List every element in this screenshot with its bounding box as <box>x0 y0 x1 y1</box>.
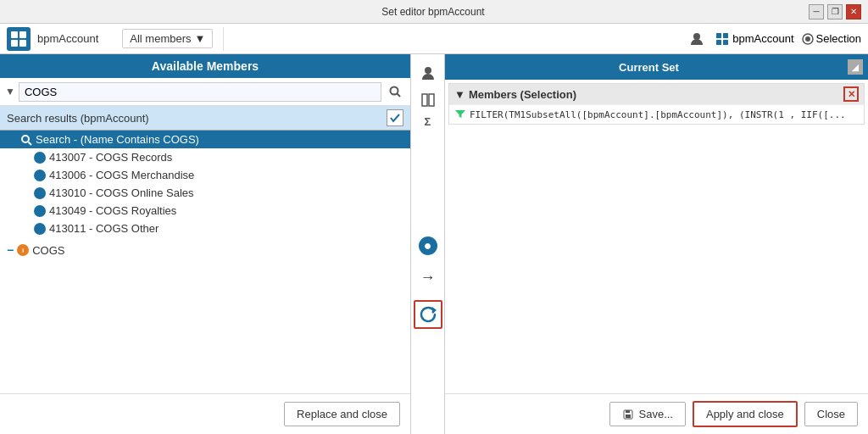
left-app-name: bpmAccount <box>37 32 98 45</box>
search-result-icon <box>20 134 32 146</box>
svg-point-11 <box>391 87 398 95</box>
dropdown-arrow-icon: ▼ <box>195 32 206 45</box>
right-panel: Current Set ◢ ▼ Members (Selection) ✕ FI… <box>445 54 868 434</box>
list-item[interactable]: 413049 - COGS Royalties <box>0 202 410 220</box>
cogs-label: COGS <box>32 244 64 257</box>
svg-rect-17 <box>429 94 434 106</box>
item-label: 413010 - COGS Online Sales <box>49 186 194 199</box>
svg-rect-2 <box>11 40 18 47</box>
svg-rect-19 <box>626 415 631 418</box>
main-container: bpmAccount All members ▼ <box>0 24 868 434</box>
svg-point-4 <box>693 33 700 40</box>
apply-and-close-button[interactable]: Apply and close <box>693 401 798 427</box>
members-section: ▼ Members (Selection) ✕ FILTER(TM1Subset… <box>448 83 865 125</box>
svg-point-13 <box>22 136 29 142</box>
person-icon <box>420 65 436 81</box>
svg-line-12 <box>398 94 401 97</box>
members-header: ▼ Members (Selection) ✕ <box>449 84 864 104</box>
svg-rect-6 <box>723 33 728 38</box>
search-bar: ▼ <box>0 78 410 106</box>
right-bottom-bar: Save... Apply and close Close <box>445 393 868 434</box>
item-label: 413011 - COGS Other <box>49 222 159 235</box>
cogs-icon: i <box>17 244 29 256</box>
members-header-label: Members (Selection) <box>469 88 576 101</box>
member-icon <box>34 223 46 235</box>
available-members-header: Available Members <box>0 54 410 78</box>
filter-icon <box>454 108 466 120</box>
app-icon <box>7 27 31 51</box>
search-expand-icon[interactable]: ▼ <box>5 86 15 97</box>
member-icon <box>34 205 46 217</box>
columns-icon <box>420 92 436 108</box>
cogs-item[interactable]: − i COGS <box>0 241 410 259</box>
minimize-button[interactable]: ─ <box>809 4 824 19</box>
svg-point-10 <box>805 36 810 42</box>
svg-rect-3 <box>19 40 26 47</box>
restore-button[interactable]: ❐ <box>827 4 843 19</box>
save-btn-label: Save... <box>639 408 673 420</box>
item-label: 413007 - COGS Records <box>49 151 172 164</box>
selection-tab[interactable]: Selection <box>801 27 861 51</box>
replace-and-close-button[interactable]: Replace and close <box>284 402 400 426</box>
current-set-header: Current Set ◢ <box>445 54 868 80</box>
top-bar: bpmAccount All members ▼ <box>0 24 868 54</box>
check-all-button[interactable] <box>387 109 403 126</box>
corner-icon-button[interactable]: ◢ <box>848 59 863 75</box>
svg-rect-5 <box>716 33 721 38</box>
filter-expression: FILTER(TM1SubsetAll([bpmAccount].[bpmAcc… <box>470 109 846 120</box>
svg-rect-8 <box>723 40 728 45</box>
close-window-button[interactable]: ✕ <box>846 4 861 19</box>
member-icon <box>34 187 46 199</box>
list-item[interactable]: 413011 - COGS Other <box>0 220 410 237</box>
selection-label: Selection <box>816 32 861 45</box>
svg-rect-1 <box>19 31 26 38</box>
minus-icon: − <box>7 243 14 257</box>
sigma-icon: Σ <box>425 115 431 128</box>
filter-row: FILTER(TM1SubsetAll([bpmAccount].[bpmAcc… <box>449 104 864 124</box>
list-item[interactable]: 413007 - COGS Records <box>0 148 410 166</box>
members-close-button[interactable]: ✕ <box>843 86 859 102</box>
svg-rect-7 <box>716 40 721 45</box>
refresh-icon <box>419 305 437 324</box>
search-result-item[interactable]: Search - (Name Contains COGS) <box>0 131 410 148</box>
arrow-right-button[interactable]: → <box>420 269 436 287</box>
left-panel: Available Members ▼ Search results (bpmA… <box>0 54 411 434</box>
window-controls: ─ ❐ ✕ <box>809 4 861 19</box>
all-members-dropdown[interactable]: All members ▼ <box>122 29 213 48</box>
save-icon <box>622 409 634 420</box>
bpm-icon <box>10 31 27 47</box>
svg-line-14 <box>29 142 32 145</box>
bpm-account-right-label[interactable]: bpmAccount <box>715 27 793 51</box>
current-set-title: Current Set <box>450 61 848 74</box>
svg-point-15 <box>425 67 431 74</box>
person-icon-top[interactable] <box>685 27 709 51</box>
right-content-area <box>445 128 868 393</box>
list-item[interactable]: 413010 - COGS Online Sales <box>0 184 410 202</box>
close-button[interactable]: Close <box>804 402 858 426</box>
search-button[interactable] <box>385 81 405 102</box>
bpm-icon-right <box>715 32 729 46</box>
columns-icon-btn <box>416 88 440 112</box>
selection-icon <box>801 32 815 46</box>
window-title: Set editor bpmAccount <box>58 6 809 18</box>
members-expand-icon[interactable]: ▼ <box>454 88 465 101</box>
svg-rect-16 <box>422 94 427 106</box>
svg-rect-0 <box>11 31 18 38</box>
dropdown-label: All members <box>130 32 191 45</box>
add-to-set-button[interactable]: ● <box>419 236 437 255</box>
member-icon <box>34 170 46 181</box>
content-area: Available Members ▼ Search results (bpmA… <box>0 54 868 434</box>
list-item[interactable]: 413006 - COGS Merchandise <box>0 166 410 184</box>
save-button[interactable]: Save... <box>609 402 686 426</box>
search-result-label: Search - (Name Contains COGS) <box>36 133 199 146</box>
results-label: Search results (bpmAccount) <box>7 112 149 125</box>
search-input[interactable] <box>19 82 381 102</box>
item-label: 413049 - COGS Royalties <box>49 204 176 217</box>
item-label: 413006 - COGS Merchandise <box>49 169 194 181</box>
svg-rect-20 <box>626 410 630 413</box>
results-header: Search results (bpmAccount) <box>0 106 410 131</box>
right-app-name: bpmAccount <box>732 32 793 45</box>
title-bar: Set editor bpmAccount ─ ❐ ✕ <box>0 0 868 24</box>
middle-strip: Σ ● → <box>411 54 445 434</box>
refresh-button[interactable] <box>414 300 442 329</box>
